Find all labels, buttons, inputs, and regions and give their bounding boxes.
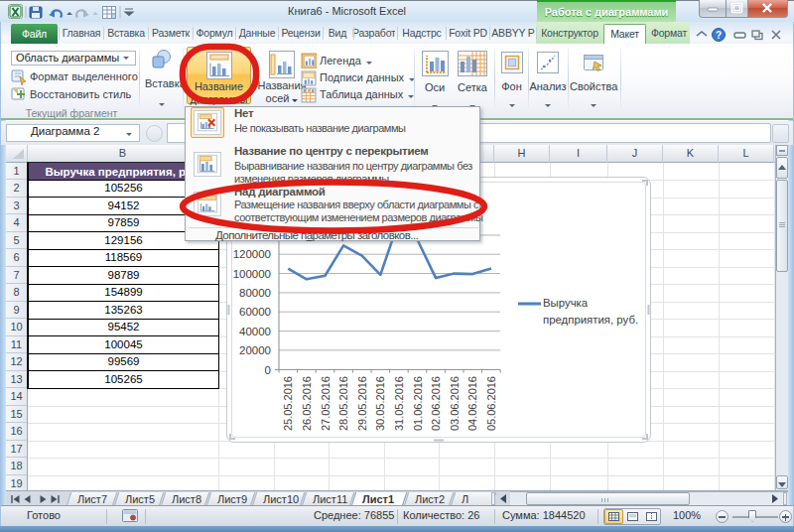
svg-text:28.05.2016: 28.05.2016 bbox=[337, 376, 349, 431]
svg-text:100000: 100000 bbox=[233, 268, 271, 280]
svg-text:40000: 40000 bbox=[239, 326, 271, 337]
svg-text:29.05.2016: 29.05.2016 bbox=[356, 376, 368, 431]
svg-text:05.06.2016: 05.06.2016 bbox=[485, 376, 497, 431]
svg-text:03.06.2016: 03.06.2016 bbox=[449, 376, 461, 431]
svg-text:120000: 120000 bbox=[233, 248, 271, 260]
svg-text:80000: 80000 bbox=[239, 287, 271, 299]
svg-text:30.05.2016: 30.05.2016 bbox=[374, 376, 386, 431]
svg-text:31.05.2016: 31.05.2016 bbox=[393, 376, 405, 431]
svg-text:0: 0 bbox=[265, 364, 271, 376]
svg-text:Выручка: Выручка bbox=[543, 297, 589, 309]
svg-text:27.05.2016: 27.05.2016 bbox=[320, 376, 331, 431]
svg-text:предприятия, руб.: предприятия, руб. bbox=[543, 314, 638, 326]
svg-text:60000: 60000 bbox=[239, 306, 271, 318]
svg-text:26.05.2016: 26.05.2016 bbox=[301, 376, 313, 431]
svg-text:04.06.2016: 04.06.2016 bbox=[466, 376, 478, 431]
svg-text:25.05.2016: 25.05.2016 bbox=[282, 376, 294, 431]
svg-text:02.06.2016: 02.06.2016 bbox=[430, 376, 442, 431]
svg-text:20000: 20000 bbox=[239, 344, 271, 356]
svg-text:01.06.2016: 01.06.2016 bbox=[412, 376, 424, 431]
